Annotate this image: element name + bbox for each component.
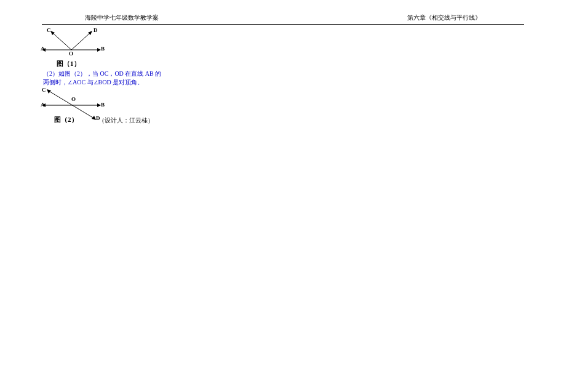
fig2-label-b: B — [101, 102, 105, 108]
svg-line-4 — [71, 32, 91, 50]
fig1-label-o: O — [69, 50, 73, 57]
figure-1: A B C D O — [41, 28, 108, 59]
figure-2: A B C D O 图（2） — [41, 88, 108, 122]
figure-1-svg — [41, 28, 108, 59]
page-content: A B C D O 图（1） （2）如图（2），当 OC，OD 在直线 AB 的… — [0, 25, 566, 129]
fig2-label-a: A — [41, 102, 45, 108]
fig2-label-d: D — [96, 115, 100, 121]
fig1-label-c: C — [47, 27, 51, 33]
page-header: 海陵中学七年级数学教学案 第六章《相交线与平行线》 — [42, 0, 524, 25]
designer-text: （设计人：江云桂） — [98, 116, 523, 125]
svg-line-3 — [52, 32, 71, 50]
svg-marker-12 — [92, 116, 96, 120]
fig1-label-a: A — [41, 46, 45, 52]
svg-marker-11 — [47, 89, 51, 94]
fig2-label-c: C — [42, 87, 46, 93]
figure-2-caption: 图（2） — [54, 115, 78, 124]
fig1-label-b: B — [101, 46, 105, 52]
figure-1-caption: 图（1） — [57, 59, 523, 68]
header-right-text: 第六章《相交线与平行线》 — [407, 14, 481, 22]
fig2-label-o: O — [71, 96, 76, 102]
fig1-label-d: D — [94, 27, 98, 33]
header-left-text: 海陵中学七年级数学教学案 — [85, 14, 159, 22]
paragraph-text: （2）如图（2），当 OC，OD 在直线 AB 的两侧时，∠AOC 与∠BOD … — [43, 70, 166, 87]
